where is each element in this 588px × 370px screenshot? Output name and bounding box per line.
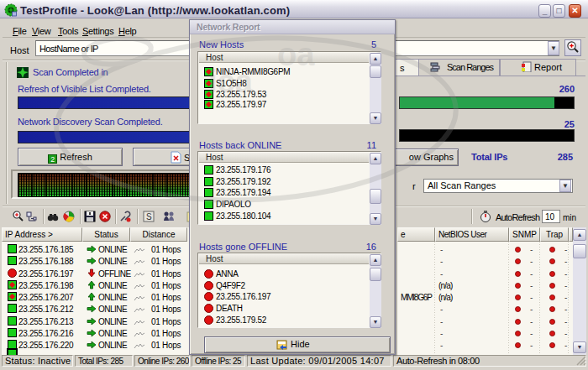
svg-text:S: S <box>146 212 152 221</box>
